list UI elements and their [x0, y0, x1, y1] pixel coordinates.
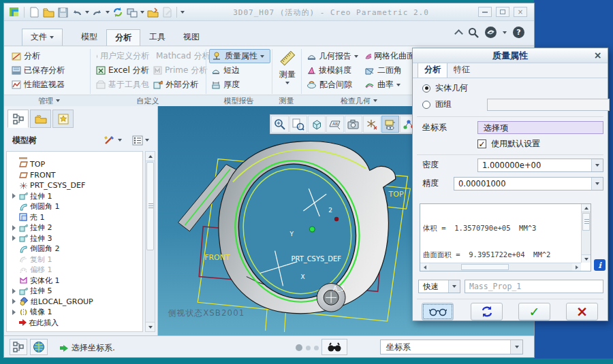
draft-analysis-button[interactable]: 拔模斜度 — [304, 63, 360, 78]
scroll-right-button[interactable] — [572, 263, 581, 271]
scroll-left-button[interactable] — [420, 263, 429, 271]
tree-item-offset[interactable]: 偏移 1 — [7, 265, 142, 276]
named-views-button[interactable] — [308, 116, 326, 133]
tree-tools-button[interactable] — [104, 135, 122, 146]
excel-analysis-button[interactable]: Excel 分析 — [94, 63, 151, 78]
view-manager-button[interactable]: AB — [326, 116, 344, 133]
ok-button[interactable]: ✓ — [518, 303, 550, 320]
scrollbar-thumb[interactable] — [146, 162, 154, 250]
favorites-tab[interactable] — [52, 110, 74, 128]
use-default-row[interactable]: ✓ 使用默认设置 — [477, 138, 608, 150]
mass-properties-button[interactable]: 质量属性 — [209, 49, 270, 63]
scrollbar-thumb[interactable] — [461, 264, 509, 270]
dialog-title-bar[interactable]: 质量属性 × — [413, 48, 608, 63]
zoom-in-button[interactable] — [271, 116, 289, 133]
find-button[interactable] — [321, 339, 347, 355]
scroll-down-button[interactable] — [146, 322, 155, 331]
expand-icon[interactable] — [12, 299, 16, 304]
tree-item-round[interactable]: 倒圆角 2 — [7, 244, 142, 254]
undo-menu-caret-icon[interactable] — [85, 11, 89, 14]
expand-icon[interactable] — [12, 193, 16, 199]
mathcad-analysis-button[interactable]: Mathcad 分析 — [151, 49, 210, 63]
tree-item-mirror[interactable]: 镜像 1 — [7, 307, 142, 318]
fit-clearance-button[interactable]: 配合间隙 — [304, 78, 360, 92]
new-file-button[interactable] — [28, 6, 40, 18]
restore-button[interactable] — [496, 7, 509, 17]
saved-analysis-button[interactable]: 已保存分析 — [10, 63, 89, 78]
group-label-inspect[interactable]: 检查几何 — [301, 96, 417, 105]
results-box[interactable]: 体积 = 1.3570790e+05 MM^3 曲面面积 = 9.3951722… — [420, 203, 591, 271]
csys-collector-field[interactable]: 选择项 — [477, 121, 603, 134]
creo-community-icon[interactable] — [485, 27, 497, 38]
tree-item-extrude[interactable]: 拉伸 1 — [7, 191, 142, 202]
performance-monitor-button[interactable]: 性能监视器 — [10, 78, 89, 92]
redo-menu-caret-icon[interactable] — [106, 11, 110, 14]
accuracy-caret-icon[interactable] — [591, 178, 603, 190]
tree-item-shell[interactable]: 壳 1 — [7, 212, 142, 223]
accuracy-combo[interactable]: 0.00001000 — [454, 177, 603, 191]
tree-item-group[interactable]: 组LOCAL_GROUP — [7, 297, 142, 308]
analysis-name-field[interactable]: Mass_Prop_1 — [465, 280, 603, 293]
solid-geometry-radio[interactable] — [422, 84, 430, 93]
dialog-tab-feature[interactable]: 特征 — [447, 63, 476, 78]
quick-combo[interactable]: 快速 — [418, 280, 460, 293]
tree-item-extrude[interactable]: 拉伸 5 — [7, 286, 142, 297]
group-label-manage[interactable]: 管理 — [10, 96, 89, 105]
expand-icon[interactable] — [12, 288, 16, 294]
preview-button[interactable] — [422, 303, 454, 320]
edit-document-button[interactable] — [161, 6, 173, 18]
measure-button[interactable]: 测量 — [275, 49, 300, 84]
refit-button[interactable] — [289, 116, 307, 133]
curvature-button[interactable]: 曲率 — [362, 78, 417, 92]
thickness-button[interactable]: 厚度 — [209, 78, 270, 92]
expand-icon[interactable] — [12, 235, 16, 241]
quick-caret-icon[interactable] — [448, 280, 460, 293]
selection-filter-combo[interactable]: 坐标系 — [380, 340, 523, 354]
windows-button[interactable] — [126, 6, 138, 18]
scroll-up-button[interactable] — [582, 204, 591, 212]
minimize-button[interactable] — [478, 7, 492, 17]
quilt-collector-field[interactable] — [487, 99, 610, 111]
geometry-report-button[interactable]: 几何报告 — [304, 49, 360, 63]
solid-geometry-radio-row[interactable]: 实体几何 — [422, 82, 608, 94]
tree-item-datum-plane[interactable]: FRONT — [7, 170, 142, 181]
browser-toggle-button[interactable] — [30, 339, 48, 355]
tree-item-round[interactable]: 倒圆角 1 — [7, 201, 142, 212]
results-vscrollbar[interactable] — [581, 204, 591, 263]
tree-item-csys[interactable]: PRT_CSYS_DEF — [7, 180, 142, 191]
scroll-down-button[interactable] — [582, 254, 591, 263]
community-caret-icon[interactable] — [503, 31, 507, 34]
open-file-button[interactable] — [42, 6, 54, 18]
external-analysis-button[interactable]: 外部分析 — [151, 78, 210, 92]
display-style-button[interactable] — [345, 116, 362, 133]
tree-scrollbar[interactable] — [145, 151, 155, 332]
tree-item-datum-plane[interactable]: TOP — [7, 159, 142, 170]
datum-display-button[interactable] — [363, 116, 381, 133]
tree-item-insert-here[interactable]: 在此插入 — [7, 318, 142, 329]
tree-item-solidify[interactable]: 实体化 1 — [7, 276, 142, 286]
search-icon[interactable] — [468, 27, 479, 38]
quilt-radio[interactable] — [422, 101, 430, 109]
navigator-toggle-button[interactable] — [10, 339, 27, 355]
windows-menu-caret-icon[interactable] — [140, 11, 144, 14]
toolkit-based-button[interactable]: 基于工具包 — [94, 78, 151, 92]
density-caret-icon[interactable] — [591, 159, 603, 171]
cancel-button[interactable]: × — [566, 303, 598, 320]
close-window-button[interactable] — [146, 6, 159, 18]
density-combo[interactable]: 1.000000e+00 — [477, 159, 603, 172]
tree-settings-button[interactable] — [132, 135, 149, 146]
minimize-ribbon-icon[interactable] — [454, 29, 463, 38]
regenerate-button[interactable] — [112, 6, 124, 18]
undo-button[interactable] — [71, 6, 83, 18]
redo-button[interactable] — [91, 6, 104, 18]
help-icon[interactable]: ? — [513, 27, 524, 38]
save-button[interactable] — [57, 6, 69, 18]
filter-caret-icon[interactable] — [510, 340, 522, 354]
analysis-button[interactable]: 分析 — [10, 49, 89, 63]
folder-browser-tab[interactable] — [30, 110, 51, 128]
annotation-display-button[interactable] — [381, 116, 399, 133]
tree-item-extrude[interactable]: 拉伸 3 — [7, 233, 142, 244]
tab-model[interactable]: 模型 — [72, 29, 106, 46]
tab-tools[interactable]: 工具 — [140, 29, 174, 46]
close-button[interactable]: × — [514, 7, 527, 17]
